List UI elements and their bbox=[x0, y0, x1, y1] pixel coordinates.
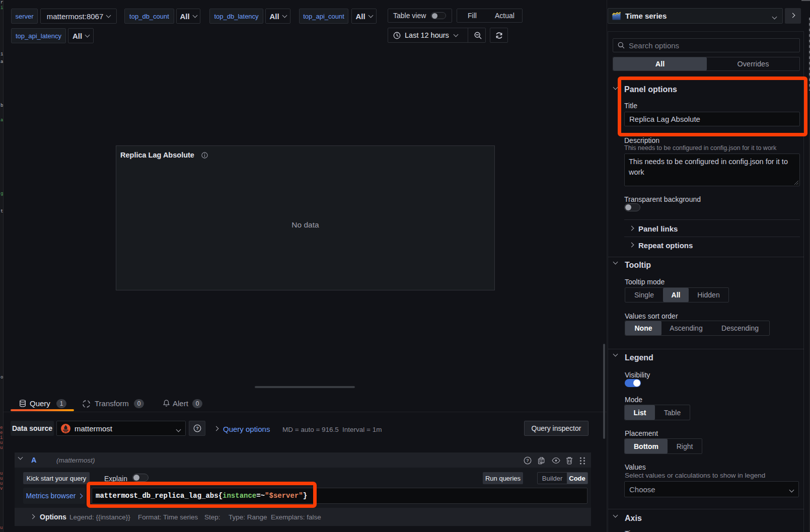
svg-text:?: ? bbox=[526, 458, 529, 463]
svg-text:?: ? bbox=[196, 426, 199, 431]
